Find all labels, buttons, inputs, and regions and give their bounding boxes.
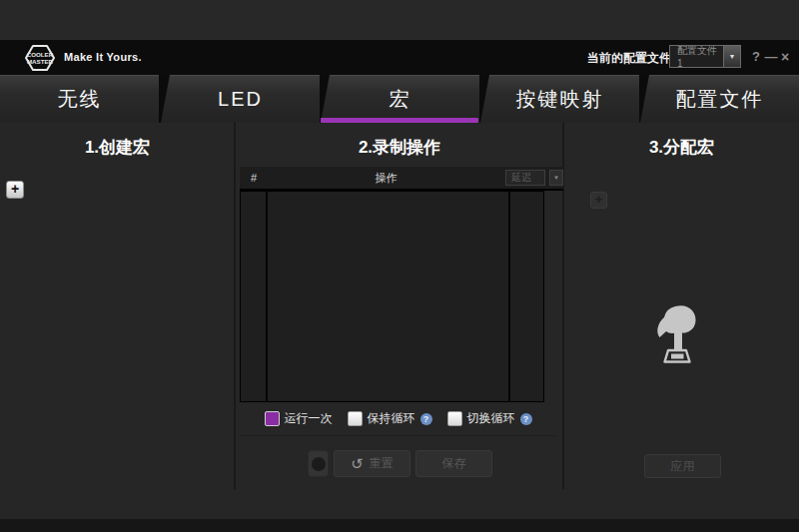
profile-dropdown[interactable]: 配置文件 1 ▾ xyxy=(669,45,741,68)
help-button[interactable]: ? xyxy=(749,49,763,64)
chevron-down-icon[interactable]: ▾ xyxy=(723,46,740,67)
save-button-label: 保存 xyxy=(442,455,466,472)
brand-tagline: Make It Yours. xyxy=(64,51,142,63)
delay-dropdown-arrow-icon[interactable]: ▾ xyxy=(549,170,563,186)
record-actions-buttons: ↺ 重置 保存 xyxy=(308,450,492,477)
profile-dropdown-value: 配置文件 1 xyxy=(670,46,723,67)
tab-bar: 无线 LED 宏 按键映射 配置文件 xyxy=(0,75,799,123)
close-button[interactable]: × xyxy=(778,49,792,65)
run-once-checkbox[interactable] xyxy=(265,411,280,426)
hand-pressing-button-icon xyxy=(653,301,701,365)
toggle-loop-label: 切换循环 xyxy=(467,410,515,427)
tab-macro[interactable]: 宏 xyxy=(321,75,479,123)
assign-macro-title: 3.分配宏 xyxy=(564,136,799,159)
record-icon xyxy=(312,457,326,471)
record-button[interactable] xyxy=(308,450,329,477)
tab-macro-label: 宏 xyxy=(390,86,411,113)
reset-button-label: 重置 xyxy=(370,455,394,472)
logo-text-top: COOLER xyxy=(27,51,54,58)
tab-led-label: LED xyxy=(218,88,263,111)
panel-divider-left xyxy=(234,123,236,489)
hold-loop-checkbox[interactable] xyxy=(348,411,363,426)
macro-run-mode-options: 运行一次 保持循环 ? 切换循环 ? xyxy=(240,402,556,436)
reset-button[interactable]: ↺ 重置 xyxy=(334,450,410,477)
record-actions-title: 2.录制操作 xyxy=(235,136,564,159)
tab-keymap[interactable]: 按键映射 xyxy=(480,75,639,123)
app-window: COOLER MASTER Make It Yours. 当前的配置文件 配置文… xyxy=(0,0,799,532)
tab-profile-label: 配置文件 xyxy=(676,86,764,113)
header-bar: COOLER MASTER Make It Yours. 当前的配置文件 配置文… xyxy=(0,40,799,75)
add-macro-button[interactable]: + xyxy=(6,181,24,199)
save-button[interactable]: 保存 xyxy=(415,450,492,477)
reset-undo-icon: ↺ xyxy=(351,456,364,471)
table-column-divider xyxy=(508,191,510,402)
create-macro-title: 1.创建宏 xyxy=(0,136,235,159)
macro-page: 1.创建宏 2.录制操作 3.分配宏 + # 操作 延迟 ▾ 运行一次 保持循环… xyxy=(0,123,799,532)
tab-wireless[interactable]: 无线 xyxy=(0,75,159,123)
hold-loop-label: 保持循环 xyxy=(368,410,415,427)
toggle-loop-option: 切换循环 ? xyxy=(447,410,532,427)
table-column-divider xyxy=(266,191,268,402)
toggle-loop-checkbox[interactable] xyxy=(447,411,462,426)
window-titlebar xyxy=(0,0,799,40)
current-profile-label: 当前的配置文件 xyxy=(587,50,671,67)
tab-led[interactable]: LED xyxy=(161,75,320,123)
tab-wireless-label: 无线 xyxy=(58,86,102,113)
macro-table-header: # 操作 延迟 ▾ xyxy=(240,167,563,191)
add-assignment-button[interactable]: + xyxy=(590,192,607,209)
column-header-action: 操作 xyxy=(268,167,504,189)
help-icon[interactable]: ? xyxy=(520,413,532,425)
run-once-label: 运行一次 xyxy=(285,410,333,427)
run-once-option: 运行一次 xyxy=(265,410,333,427)
tab-keymap-label: 按键映射 xyxy=(516,86,604,113)
logo-text-bottom: MASTER xyxy=(27,58,54,65)
column-header-index: # xyxy=(240,167,268,189)
footer-bar xyxy=(0,519,799,532)
macro-steps-table xyxy=(240,191,544,402)
minimize-button[interactable]: — xyxy=(764,49,778,64)
delay-column-dropdown[interactable]: 延迟 xyxy=(505,170,545,186)
help-icon[interactable]: ? xyxy=(420,413,432,425)
cooler-master-logo: COOLER MASTER xyxy=(24,44,56,72)
tab-profile[interactable]: 配置文件 xyxy=(640,75,799,123)
hold-loop-option: 保持循环 ? xyxy=(348,410,432,427)
apply-button[interactable]: 应用 xyxy=(644,454,721,478)
